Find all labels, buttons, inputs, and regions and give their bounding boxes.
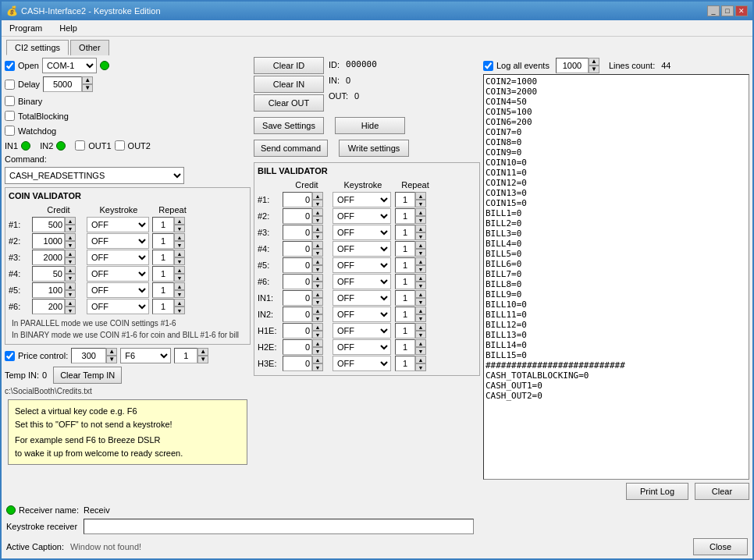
coin-credit-up-1[interactable]: ▲ [65,217,76,225]
bill-extra-repeat-up-1[interactable]: ▲ [415,290,426,298]
price-spin-down[interactable]: ▼ [106,356,117,363]
bill-repeat-down-6[interactable]: ▼ [415,282,426,289]
bill-repeat-input-6[interactable] [395,274,415,289]
bill-credit-input-5[interactable] [283,257,312,273]
bill-extra-repeat-up-4[interactable]: ▲ [415,339,426,347]
out2-checkbox[interactable] [115,140,125,151]
bill-extra-credit-down-5[interactable]: ▼ [312,363,323,371]
menu-help[interactable]: Help [55,22,82,34]
coin-credit-input-6[interactable] [32,299,65,314]
bill-extra-credit-down-3[interactable]: ▼ [312,331,323,338]
save-settings-button[interactable]: Save Settings [254,117,324,134]
delay-spin-down[interactable]: ▼ [82,84,93,92]
coin-repeat-input-4[interactable] [152,266,174,282]
coin-keystroke-1[interactable]: OFF [87,217,149,232]
bill-keystroke-1[interactable]: OFF [333,192,391,207]
binary-checkbox[interactable] [5,96,15,106]
bill-extra-credit-up-3[interactable]: ▲ [312,323,323,331]
hide-button[interactable]: Hide [335,117,405,134]
bill-credit-up-2[interactable]: ▲ [312,208,323,216]
coin-keystroke-3[interactable]: OFF [87,250,149,265]
clear-temp-btn[interactable]: Clear Temp IN [53,367,122,384]
delay-checkbox[interactable] [5,80,15,90]
bill-repeat-input-2[interactable] [395,208,415,224]
bill-extra-credit-input-1[interactable] [283,290,312,306]
out1-label[interactable]: OUT1 [75,140,111,151]
bill-credit-down-5[interactable]: ▼ [312,265,323,273]
coin-credit-input-1[interactable] [32,217,65,232]
bill-extra-keystroke-3[interactable]: OFF [333,323,391,338]
price-repeat-down[interactable]: ▼ [197,356,208,363]
log-all-events-label[interactable]: Log all events [483,61,549,71]
coin-credit-up-5[interactable]: ▲ [65,282,76,290]
price-key-select[interactable]: F6 [120,348,171,363]
coin-repeat-up-4[interactable]: ▲ [174,266,185,274]
binary-label[interactable]: Binary [5,96,42,106]
coin-repeat-input-6[interactable] [152,299,174,314]
coin-repeat-input-5[interactable] [152,282,174,298]
coin-credit-down-5[interactable]: ▼ [65,290,76,298]
coin-repeat-up-3[interactable]: ▲ [174,250,185,257]
bill-extra-repeat-up-3[interactable]: ▲ [415,323,426,331]
bill-credit-input-6[interactable] [283,274,312,289]
bill-extra-repeat-down-5[interactable]: ▼ [415,363,426,371]
bill-repeat-up-6[interactable]: ▲ [415,274,426,282]
bill-extra-repeat-down-2[interactable]: ▼ [415,314,426,322]
bill-keystroke-6[interactable]: OFF [333,274,391,289]
coin-repeat-down-6[interactable]: ▼ [174,307,185,314]
bill-extra-keystroke-2[interactable]: OFF [333,307,391,322]
coin-repeat-up-5[interactable]: ▲ [174,282,185,290]
bill-keystroke-4[interactable]: OFF [333,241,391,257]
price-control-checkbox[interactable] [5,351,15,361]
bill-extra-credit-input-3[interactable] [283,323,312,338]
coin-credit-input-5[interactable] [32,282,65,298]
bill-credit-up-4[interactable]: ▲ [312,241,323,249]
out2-label[interactable]: OUT2 [115,140,151,151]
bill-extra-keystroke-5[interactable]: OFF [333,356,391,371]
bill-extra-keystroke-1[interactable]: OFF [333,290,391,306]
command-select[interactable]: CASH_READSETTINGS [5,167,184,184]
coin-repeat-input-1[interactable] [152,217,174,232]
close-button-bottom[interactable]: Close [693,538,748,555]
coin-repeat-up-6[interactable]: ▲ [174,299,185,307]
delay-input[interactable] [43,76,82,92]
bill-extra-credit-down-4[interactable]: ▼ [312,347,323,355]
coin-credit-down-2[interactable]: ▼ [65,241,76,249]
bill-extra-repeat-up-2[interactable]: ▲ [415,307,426,314]
price-control-label[interactable]: Price control: [5,351,68,361]
bill-credit-down-6[interactable]: ▼ [312,282,323,289]
bill-extra-credit-up-4[interactable]: ▲ [312,339,323,347]
price-repeat-up[interactable]: ▲ [197,348,208,356]
com-port-select[interactable]: COM-1COM-2COM-3COM-4 [42,58,97,73]
delay-spin-up[interactable]: ▲ [82,76,93,84]
coin-repeat-down-5[interactable]: ▼ [174,290,185,298]
bill-repeat-up-4[interactable]: ▲ [415,241,426,249]
bill-extra-credit-up-2[interactable]: ▲ [312,307,323,314]
bill-credit-down-2[interactable]: ▼ [312,216,323,224]
clear-log-button[interactable]: Clear [695,483,749,500]
coin-keystroke-5[interactable]: OFF [87,282,149,298]
bill-extra-credit-input-4[interactable] [283,339,312,355]
bill-credit-down-1[interactable]: ▼ [312,200,323,207]
coin-credit-input-2[interactable] [32,233,65,249]
bill-credit-up-5[interactable]: ▲ [312,257,323,265]
bill-repeat-down-2[interactable]: ▼ [415,216,426,224]
tab-ci2-settings[interactable]: CI2 settings [6,40,69,55]
bill-credit-input-1[interactable] [283,192,312,207]
coin-keystroke-4[interactable]: OFF [87,266,149,282]
coin-repeat-up-1[interactable]: ▲ [174,217,185,225]
open-checkbox[interactable] [5,61,15,71]
bill-repeat-down-4[interactable]: ▼ [415,249,426,257]
bill-repeat-up-5[interactable]: ▲ [415,257,426,265]
bill-keystroke-3[interactable]: OFF [333,225,391,240]
clear-in-button[interactable]: Clear IN [254,76,324,93]
coin-credit-input-3[interactable] [32,250,65,265]
bill-repeat-down-5[interactable]: ▼ [415,265,426,273]
coin-repeat-down-1[interactable]: ▼ [174,225,185,232]
watchdog-checkbox[interactable] [5,126,15,136]
bill-extra-credit-down-1[interactable]: ▼ [312,298,323,306]
bill-extra-credit-up-1[interactable]: ▲ [312,290,323,298]
bill-extra-keystroke-4[interactable]: OFF [333,339,391,355]
close-button[interactable]: ✕ [735,5,748,16]
coin-keystroke-6[interactable]: OFF [87,299,149,314]
